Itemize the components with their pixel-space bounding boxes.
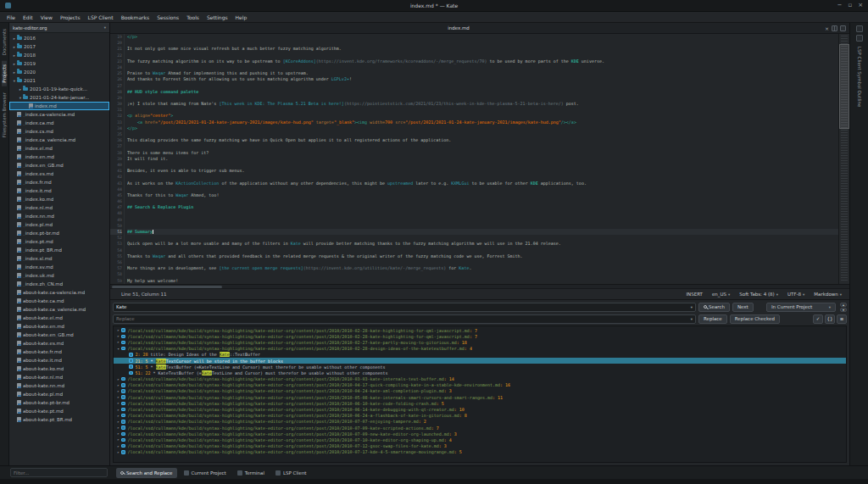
tree-item[interactable]: _index.ca.md — [9, 119, 109, 127]
result-checkbox[interactable] — [129, 353, 133, 357]
tree-item[interactable]: about-kate.ko.md — [9, 364, 109, 373]
tree-item[interactable]: about-kate.ca-valencia.md — [9, 288, 109, 297]
tree-item[interactable]: _index.zh_CN.md — [9, 280, 109, 288]
result-checkbox[interactable] — [129, 359, 133, 363]
tree-item[interactable]: about-kate.fr.md — [9, 348, 109, 356]
sidebar-tab-lsp-client-symbol-outline[interactable]: LSP Client Symbol Outline — [857, 44, 862, 109]
maximize-icon[interactable]: ▫ — [848, 3, 852, 8]
titlebar[interactable]: index.md * — Kate − ▫ × — [0, 0, 868, 12]
tab-index-md[interactable]: index.md — [110, 25, 807, 31]
tree-item[interactable]: ▸2020 — [9, 68, 109, 76]
result-checkbox[interactable] — [121, 341, 125, 345]
history-dropdown-icon[interactable]: ▾ — [691, 305, 693, 309]
search-result-file[interactable]: ▸/local/ssd/cullmann/kde/build/syntax-hi… — [114, 425, 846, 431]
search-result-file[interactable]: ▸/local/ssd/cullmann/kde/build/syntax-hi… — [114, 419, 846, 425]
search-result-file[interactable]: ▸/local/ssd/cullmann/kde/build/syntax-hi… — [114, 339, 846, 345]
result-checkbox[interactable] — [121, 335, 125, 339]
search-result-file[interactable]: ▸/local/ssd/cullmann/kde/build/syntax-hi… — [114, 333, 846, 339]
tree-item[interactable]: _index.pl.md — [9, 220, 109, 229]
menu-view[interactable]: View — [41, 14, 53, 20]
result-checkbox[interactable] — [121, 377, 125, 381]
code-line[interactable] — [127, 217, 838, 223]
code-line[interactable]: <a href="/post/2021/2021-01-24-kate-janu… — [127, 120, 838, 125]
tree-item[interactable]: about-kate.en_GB.md — [9, 331, 109, 339]
menu-edit[interactable]: Edit — [23, 14, 33, 20]
menu-lsp-client[interactable]: LSP Client — [88, 14, 114, 20]
tree-item[interactable]: about-kate.pt-br.md — [9, 398, 109, 407]
toolview-lsp-client[interactable]: LSP Client — [271, 468, 311, 478]
search-result-file[interactable]: ▸/local/ssd/cullmann/kde/build/syntax-hi… — [114, 443, 846, 449]
result-checkbox[interactable] — [121, 438, 125, 442]
tree-item[interactable]: _index.ca_valencia.md — [9, 136, 109, 144]
search-result-file[interactable]: ▸/local/ssd/cullmann/kde/build/syntax-hi… — [114, 400, 846, 406]
search-input[interactable] — [116, 304, 689, 309]
tree-item[interactable]: _index.en.md — [9, 153, 109, 161]
menu-projects[interactable]: Projects — [60, 14, 81, 20]
expander-icon[interactable]: ▸ — [115, 395, 121, 399]
panel-down-icon[interactable]: ▾ — [840, 308, 847, 312]
search-scope-combo[interactable]: In Current Project▾ — [766, 303, 836, 312]
cursor-position[interactable]: Line 51, Column 11 — [121, 292, 167, 297]
code-line[interactable]: Besides, it even is able to trigger sub … — [127, 168, 838, 174]
search-result-file[interactable]: ▸/local/ssd/cullmann/kde/build/syntax-hi… — [114, 413, 846, 419]
code-line[interactable] — [127, 95, 838, 101]
project-filter-input[interactable] — [14, 470, 104, 476]
search-input-wrap[interactable]: ▾ — [113, 303, 696, 312]
tree-item[interactable]: ▸2019 — [9, 59, 109, 68]
search-result-file[interactable]: ▸/local/ssd/cullmann/kde/build/syntax-hi… — [114, 431, 846, 437]
search-result-match[interactable]: 51: 22 * KateTextBuffer (=KateTextLine a… — [114, 370, 846, 376]
tree-item[interactable]: about-kate.pt.md — [9, 407, 109, 415]
code-line[interactable]: ## Summary — [127, 229, 838, 235]
code-line[interactable] — [127, 174, 838, 180]
code-line[interactable] — [127, 235, 838, 241]
replace-input-wrap[interactable]: ▾ — [113, 314, 696, 324]
editor-lines[interactable]: </p>It not only got some nice visual ref… — [125, 34, 838, 284]
result-checkbox[interactable] — [121, 450, 125, 454]
code-line[interactable]: More things are in development, see [the… — [127, 265, 838, 271]
history-dropdown-icon[interactable]: ▾ — [691, 317, 693, 321]
result-checkbox[interactable] — [121, 402, 125, 406]
tree-item[interactable]: ▸2017 — [9, 42, 109, 51]
code-line[interactable]: ## Search & Replace Plugin — [127, 204, 838, 210]
tree-item[interactable]: _index.en_GB.md — [9, 161, 109, 170]
code-line[interactable]: As it works on the KActionCollection of … — [127, 181, 838, 186]
search-result-file[interactable]: ▸/local/ssd/cullmann/kde/build/syntax-hi… — [114, 449, 846, 455]
code-line[interactable]: Thanks to Waqar and all others that prov… — [127, 253, 838, 259]
tree-item[interactable]: _index.ko.md — [9, 195, 109, 203]
tree-item[interactable]: _index.sv.md — [9, 263, 109, 271]
status-en-us[interactable]: en_US▾ — [709, 291, 733, 298]
expander-icon[interactable]: ▸ — [115, 340, 121, 344]
code-line[interactable] — [127, 186, 838, 192]
code-line[interactable]: This dialog provides the same fuzzy matc… — [127, 137, 838, 143]
code-line[interactable]: ## HUD style command palette — [127, 89, 838, 95]
panel-up-icon[interactable]: ▴ — [840, 303, 847, 307]
expander-icon[interactable]: ▸ — [115, 450, 121, 454]
code-line[interactable] — [127, 198, 838, 204]
search-result-file[interactable]: ▸/local/ssd/cullmann/kde/build/syntax-hi… — [114, 394, 846, 400]
result-checkbox[interactable] — [121, 426, 125, 430]
result-checkbox[interactable] — [121, 328, 125, 332]
code-line[interactable] — [127, 259, 838, 265]
menu-settings[interactable]: Settings — [207, 14, 228, 20]
code-line[interactable]: Thanks for this to Waqar Ahmed, too! — [127, 192, 838, 198]
expander-icon[interactable]: ▸ — [115, 377, 121, 381]
tree-item[interactable]: _index.uk.md — [9, 271, 109, 280]
status-utf-8[interactable]: UTF-8▾ — [784, 291, 808, 298]
code-line[interactable] — [127, 248, 838, 253]
tree-item[interactable]: _index.sl.md — [9, 254, 109, 263]
code-line[interactable]: Praise to Waqar Ahmad for implementing t… — [127, 70, 838, 76]
tree-item[interactable]: _index.pt.md — [9, 237, 109, 246]
scrollbar-handle[interactable] — [112, 286, 222, 288]
code-line[interactable]: There is some menu items for it? — [127, 150, 838, 156]
code-line[interactable] — [127, 210, 838, 216]
result-checkbox[interactable] — [121, 444, 125, 448]
replace-checked-button[interactable]: Replace Checked — [730, 314, 780, 324]
regex-icon[interactable]: {} — [825, 314, 835, 324]
close-icon[interactable]: × — [858, 3, 863, 8]
toolview-current-project[interactable]: Current Project — [180, 468, 231, 478]
code-line[interactable]: Quick open will be a lot more usable and… — [127, 241, 838, 247]
search-result-match[interactable]: 21: 5 * KateTextCursor will be stored in… — [114, 358, 846, 364]
code-line[interactable] — [127, 162, 838, 168]
result-checkbox[interactable] — [121, 432, 125, 437]
status-insert[interactable]: INSERT — [682, 291, 705, 298]
